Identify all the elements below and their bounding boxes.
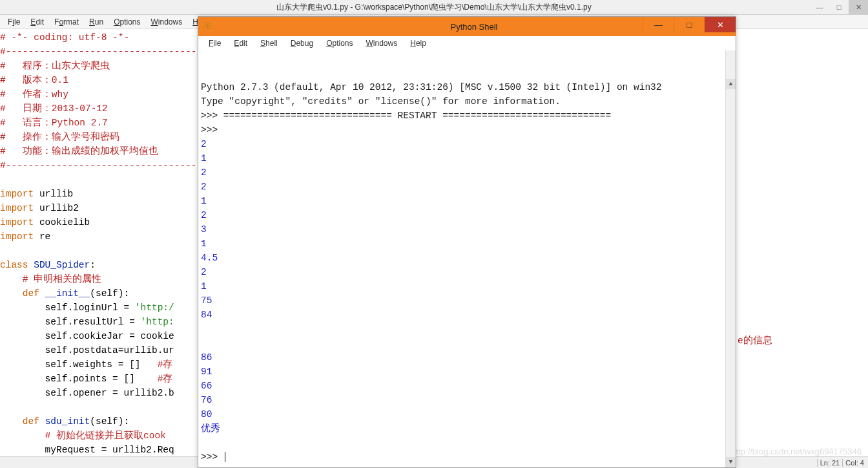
- shell-output-value: [201, 436, 733, 450]
- shell-close-button[interactable]: ✕: [705, 17, 736, 32]
- scroll-up-icon[interactable]: ▲: [726, 79, 736, 89]
- main-titlebar: 山东大学爬虫v0.1.py - G:\workspace\Python\爬虫学习…: [0, 0, 868, 15]
- shell-output-value: 75: [201, 293, 733, 308]
- main-menu-windows[interactable]: Windows: [146, 16, 188, 28]
- bg-code-fragment: e的信息: [738, 334, 772, 346]
- close-button[interactable]: ✕: [849, 0, 868, 14]
- main-menu-format[interactable]: Format: [49, 16, 84, 28]
- shell-menu-windows[interactable]: Windows: [360, 37, 404, 49]
- maximize-button[interactable]: □: [829, 0, 849, 14]
- shell-restart: >>> ============================== RESTA…: [201, 109, 733, 123]
- shell-output-value: 66: [201, 379, 733, 393]
- shell-icon: 76: [202, 21, 212, 32]
- shell-output-value: 2: [201, 265, 733, 279]
- shell-menu-shell[interactable]: Shell: [254, 37, 284, 49]
- shell-menu-edit[interactable]: Edit: [227, 37, 254, 49]
- scroll-down-icon[interactable]: ▼: [726, 457, 736, 467]
- shell-output-value: [201, 336, 733, 350]
- shell-output-value: 84: [201, 308, 733, 322]
- shell-output-value: 80: [201, 407, 733, 421]
- shell-header: Python 2.7.3 (default, Apr 10 2012, 23:3…: [201, 80, 733, 94]
- shell-prompt: >>>: [201, 450, 733, 464]
- watermark: http://blog.csdn.net/wxg694175346: [731, 447, 862, 456]
- shell-output-value: 2: [201, 165, 733, 180]
- shell-output-value: 2: [201, 137, 733, 151]
- shell-output-value: 4.5: [201, 251, 733, 265]
- shell-output-value: 优秀: [201, 421, 733, 436]
- main-menu-options[interactable]: Options: [108, 16, 145, 28]
- shell-output-value: 1: [201, 237, 733, 251]
- shell-output-value: 1: [201, 279, 733, 293]
- shell-menu-options[interactable]: Options: [320, 37, 359, 49]
- shell-scrollbar[interactable]: ▲ ▼: [725, 50, 736, 467]
- shell-titlebar[interactable]: 76 Python Shell — □ ✕: [198, 17, 736, 36]
- main-window-title: 山东大学爬虫v0.1.py - G:\workspace\Python\爬虫学习…: [0, 2, 868, 13]
- shell-output-value: 76: [201, 393, 733, 407]
- status-line: Ln: 21: [817, 459, 843, 467]
- shell-output-value: 2: [201, 208, 733, 222]
- shell-menubar: FileEditShellDebugOptionsWindowsHelp: [198, 36, 736, 50]
- shell-output-value: 2: [201, 180, 733, 194]
- shell-header: Type "copyright", "credits" or "license(…: [201, 94, 733, 109]
- python-shell-window: 76 Python Shell — □ ✕ FileEditShellDebug…: [198, 16, 736, 468]
- shell-output-value: [201, 322, 733, 336]
- shell-minimize-button[interactable]: —: [643, 17, 674, 32]
- cursor: [225, 452, 225, 462]
- shell-output-area[interactable]: Python 2.7.3 (default, Apr 10 2012, 23:3…: [198, 50, 736, 467]
- shell-menu-help[interactable]: Help: [404, 37, 433, 49]
- shell-maximize-button[interactable]: □: [674, 17, 705, 32]
- main-window-controls: — □ ✕: [810, 0, 868, 14]
- minimize-button[interactable]: —: [810, 0, 829, 14]
- shell-prompt: >>>: [201, 123, 733, 137]
- shell-output-value: 3: [201, 222, 733, 237]
- shell-output-value: 1: [201, 194, 733, 208]
- main-menu-edit[interactable]: Edit: [25, 16, 49, 28]
- shell-output-value: 91: [201, 365, 733, 379]
- main-menu-run[interactable]: Run: [84, 16, 108, 28]
- status-col: Col: 4: [842, 459, 867, 467]
- shell-output-value: 1: [201, 151, 733, 165]
- shell-controls: — □ ✕: [643, 17, 736, 32]
- shell-menu-debug[interactable]: Debug: [284, 37, 320, 49]
- shell-menu-file[interactable]: File: [202, 37, 227, 49]
- shell-output-value: 86: [201, 350, 733, 365]
- main-menu-file[interactable]: File: [3, 16, 25, 28]
